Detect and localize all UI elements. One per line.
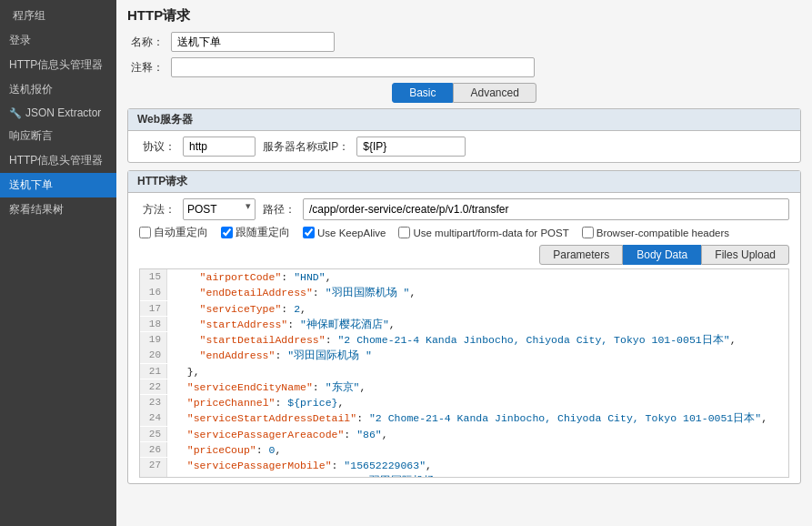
sidebar-item-send-order[interactable]: 送机下单	[0, 173, 116, 197]
line-content: "endAddress": "羽田国际机场 "	[167, 348, 379, 363]
web-server-header: Web服务器	[128, 109, 800, 131]
line-number: 23	[140, 395, 167, 410]
method-select-wrapper[interactable]: POST GET PUT DELETE	[183, 198, 256, 220]
server-input[interactable]	[356, 137, 466, 157]
browser-compat-checkbox[interactable]	[582, 227, 594, 238]
sidebar-item-group[interactable]: 程序组	[0, 4, 116, 28]
checkbox-auto-redirect: 自动重定向	[139, 226, 208, 239]
line-content: "priceCoup": 0,	[167, 442, 288, 458]
name-label: 名称：	[127, 35, 164, 50]
name-row: 名称：	[127, 32, 801, 52]
code-line: 26 "priceCoup": 0,	[140, 442, 788, 458]
code-line: 23 "priceChannel": ${price},	[140, 395, 788, 410]
code-line: 27 "servicePassagerMobile": "15652229063…	[140, 458, 788, 473]
code-line: 18 "startAddress": "神保町樱花酒店",	[140, 317, 788, 332]
code-line: 16 "endDetailAddress": "羽田国際机场 ",	[140, 285, 788, 300]
http-request-body: 方法： POST GET PUT DELETE 路径： 自动重定向	[128, 193, 800, 483]
line-number: 19	[140, 332, 167, 348]
path-input[interactable]	[303, 198, 789, 220]
line-content: },	[167, 364, 207, 379]
protocol-input[interactable]	[183, 137, 256, 157]
line-content: "airportCode": "HND",	[167, 269, 339, 285]
json-extractor-icon: 🔧	[9, 107, 22, 119]
code-line: 21 },	[140, 364, 788, 379]
line-number: 26	[140, 442, 167, 458]
line-number: 17	[140, 301, 167, 317]
code-line: 22 "serviceEndCityName": "东京",	[140, 379, 788, 395]
sidebar-item-http-header-mgr2[interactable]: HTTP信息头管理器	[0, 148, 116, 173]
tab-row: Basic Advanced	[127, 83, 801, 103]
sub-tab-body-data[interactable]: Body Data	[623, 245, 701, 265]
line-number: 22	[140, 379, 167, 395]
sidebar-item-label: 送机下单	[9, 177, 53, 193]
line-number: 21	[140, 364, 167, 379]
line-number: 18	[140, 317, 167, 332]
keepalive-checkbox[interactable]	[303, 227, 315, 238]
code-line: 20 "endAddress": "羽田国际机场 "	[140, 348, 788, 363]
web-server-body: 协议： 服务器名称或IP：	[128, 131, 800, 162]
method-label: 方法：	[139, 202, 175, 217]
tab-advanced[interactable]: Advanced	[453, 83, 536, 103]
line-number: 27	[140, 458, 167, 473]
sidebar-item-label: 察看结果树	[9, 202, 64, 217]
sub-tab-files-upload[interactable]: Files Upload	[701, 245, 789, 265]
method-path-row: 方法： POST GET PUT DELETE 路径：	[139, 198, 789, 220]
sidebar-item-label: 登录	[9, 33, 31, 48]
http-request-panel: HTTP请求 方法： POST GET PUT DELETE 路径：	[127, 170, 801, 484]
sidebar-item-view-result-tree[interactable]: 察看结果树	[0, 197, 116, 222]
line-number: 20	[140, 348, 167, 363]
sidebar-item-label: JSON Extractor	[25, 106, 101, 119]
line-content: "serviceEndCityName": "东京",	[167, 379, 373, 395]
sidebar-item-send-report[interactable]: 送机报价	[0, 77, 116, 102]
follow-redirect-checkbox[interactable]	[221, 227, 233, 238]
checkbox-keepalive: Use KeepAlive	[303, 227, 386, 238]
auto-redirect-checkbox[interactable]	[139, 227, 151, 238]
sidebar-item-label: HTTP信息头管理器	[9, 57, 103, 73]
code-line: 15 "airportCode": "HND",	[140, 269, 788, 285]
code-line: 28 "serviceDestAddressDetail": "羽田国际机场 "…	[140, 473, 788, 478]
sidebar-item-login[interactable]: 登录	[0, 28, 116, 53]
main-content: HTTP请求 名称： 注释： Basic Advanced Web服务器 协议：…	[116, 0, 812, 526]
sidebar-item-json-extractor[interactable]: 🔧 JSON Extractor	[0, 102, 116, 124]
code-line: 19 "startDetailAddress": "2 Chome-21-4 K…	[140, 332, 788, 348]
server-label: 服务器名称或IP：	[263, 139, 349, 155]
sidebar-item-http-header-mgr1[interactable]: HTTP信息头管理器	[0, 53, 116, 77]
line-content: "startAddress": "神保町樱花酒店",	[167, 317, 403, 332]
sub-tab-row: Parameters Body Data Files Upload	[139, 245, 789, 265]
line-number: 25	[140, 427, 167, 442]
line-content: "servicePassagerAreacode": "86",	[167, 427, 396, 442]
keepalive-label: Use KeepAlive	[317, 228, 386, 238]
comment-row: 注释：	[127, 57, 801, 77]
checkbox-row: 自动重定向 跟随重定向 Use KeepAlive Use multipart/…	[139, 226, 789, 239]
web-server-panel: Web服务器 协议： 服务器名称或IP：	[127, 108, 801, 163]
sidebar-item-label: 程序组	[13, 8, 45, 24]
comment-input[interactable]	[171, 57, 535, 77]
sidebar-item-label: 响应断言	[9, 128, 53, 144]
line-number: 16	[140, 285, 167, 300]
comment-label: 注释：	[127, 60, 164, 76]
sidebar-item-label: HTTP信息头管理器	[9, 153, 103, 168]
line-number: 15	[140, 269, 167, 285]
checkbox-follow-redirect: 跟随重定向	[221, 226, 290, 239]
line-content: "startDetailAddress": "2 Chome-21-4 Kand…	[167, 332, 744, 348]
method-select[interactable]: POST GET PUT DELETE	[183, 198, 256, 220]
tab-basic[interactable]: Basic	[392, 83, 453, 103]
line-content: "serviceType": 2,	[167, 301, 314, 317]
code-line: 25 "servicePassagerAreacode": "86",	[140, 427, 788, 442]
code-editor[interactable]: 15 "airportCode": "HND", 16 "endDetailAd…	[139, 268, 789, 478]
follow-redirect-label: 跟随重定向	[236, 226, 290, 239]
line-number: 24	[140, 410, 167, 426]
code-line: 17 "serviceType": 2,	[140, 301, 788, 317]
name-input[interactable]	[171, 32, 335, 52]
line-content: "serviceDestAddressDetail": "羽田国际机场 ",	[167, 473, 461, 478]
sidebar: 程序组 登录 HTTP信息头管理器 送机报价 🔧 JSON Extractor …	[0, 0, 116, 526]
sidebar-item-response-assert[interactable]: 响应断言	[0, 124, 116, 148]
code-line: 24 "serviceStartAddressDetail": "2 Chome…	[140, 410, 788, 426]
checkbox-browser-compat: Browser-compatible headers	[582, 227, 729, 238]
line-content: "priceChannel": ${price},	[167, 395, 351, 410]
browser-compat-label: Browser-compatible headers	[596, 228, 729, 238]
multipart-checkbox[interactable]	[398, 227, 410, 238]
auto-redirect-label: 自动重定向	[154, 226, 208, 239]
sub-tab-parameters[interactable]: Parameters	[539, 245, 623, 265]
protocol-label: 协议：	[139, 139, 175, 155]
